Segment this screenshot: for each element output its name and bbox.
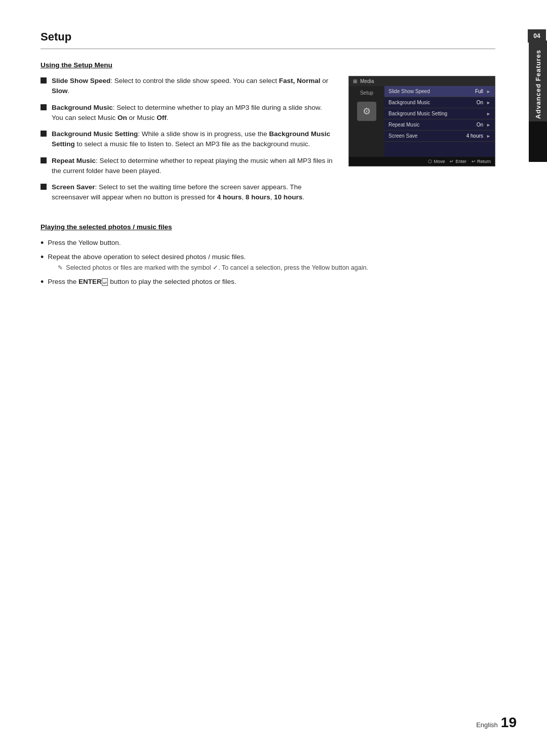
bullet-text-4: Repeat Music: Select to determine whethe… (52, 156, 333, 177)
ui-top-icon: ⊞ (353, 78, 357, 84)
ui-footer-return: ↩ Return (472, 159, 491, 164)
ui-top-bar: ⊞ Media (349, 76, 495, 86)
ui-menu-row-1: Slide Show Speed Full ► (384, 86, 495, 97)
bullet-square-5 (41, 184, 47, 190)
ui-sidebar-panel: Setup ⚙ (349, 86, 384, 157)
ui-menu-value-5: 4 hours (466, 133, 483, 139)
dot-text-3: Press the ENTER↵ button to play the sele… (48, 277, 236, 287)
ui-menu-arrow-1: ► (486, 89, 491, 94)
ui-menu-value-1: Full (475, 89, 483, 94)
dot-item-2: • Repeat the above operation to select d… (41, 252, 495, 273)
ui-menu-label-4: Repeat Music (388, 122, 477, 128)
bullet-item-1: Slide Show Speed: Select to control the … (41, 76, 333, 97)
bullet-text-3: Background Music Setting: While a slide … (52, 129, 333, 150)
bullet-list-section1: Slide Show Speed: Select to control the … (41, 76, 333, 203)
ui-sidebar-icon: ⚙ (357, 102, 376, 121)
ui-menu-arrow-2: ► (486, 100, 491, 105)
ui-footer: ⬡ Move ↵ Enter ↩ Return (349, 157, 495, 166)
ui-menu-panel: Slide Show Speed Full ► Background Music… (384, 86, 495, 157)
footer-page-number: 19 (501, 715, 517, 731)
dot-bullet-1: • (41, 238, 44, 247)
ui-top-label: Media (360, 78, 374, 84)
ui-body: Setup ⚙ Slide Show Speed Full ► Backgr (349, 86, 495, 157)
bullet-item-2: Background Music: Select to determine wh… (41, 103, 333, 123)
ui-menu-row-4: Repeat Music On ► (384, 119, 495, 131)
dot-bullet-2: • (41, 253, 44, 262)
bullet-text-1: Slide Show Speed: Select to control the … (52, 76, 333, 97)
bullet-square-2 (41, 104, 47, 110)
note-text: Selected photos or files are marked with… (66, 263, 368, 273)
section2-heading: Playing the selected photos / music file… (41, 223, 495, 231)
ui-screenshot-container: ⊞ Media Setup ⚙ Slide Show Spee (348, 76, 495, 209)
ui-menu-value-4: On (477, 122, 483, 128)
ui-menu-arrow-4: ► (486, 122, 491, 128)
content-left: Slide Show Speed: Select to control the … (41, 76, 333, 209)
move-icon: ⬡ (428, 159, 432, 164)
content-two-col: Slide Show Speed: Select to control the … (41, 76, 495, 209)
move-label: Move (434, 159, 445, 164)
section1-heading: Using the Setup Menu (41, 61, 495, 69)
ui-menu-row-3: Background Music Setting ► (384, 108, 495, 119)
dot-text-2: Repeat the above operation to select des… (48, 253, 246, 261)
ui-menu-value-2: On (477, 100, 483, 105)
ui-menu-row-2: Background Music On ► (384, 97, 495, 108)
ui-menu-label-1: Slide Show Speed (388, 89, 475, 94)
bullet-item-3: Background Music Setting: While a slide … (41, 129, 333, 150)
page-footer: English 19 (476, 715, 517, 731)
ui-screenshot: ⊞ Media Setup ⚙ Slide Show Spee (348, 76, 495, 166)
ui-menu-arrow-5: ► (486, 134, 491, 139)
bullet-square-4 (41, 157, 47, 163)
dot-bullet-3: • (41, 277, 44, 286)
ui-menu-label-3: Background Music Setting (388, 111, 483, 116)
page-title: Setup (41, 30, 495, 49)
ui-sidebar-label: Setup (360, 90, 373, 96)
footer-language: English (476, 721, 498, 729)
bullet-square-1 (41, 77, 47, 83)
ui-menu-label-2: Background Music (388, 100, 477, 105)
enter-label: Enter (455, 159, 466, 164)
dot-item-3: • Press the ENTER↵ button to play the se… (41, 277, 495, 287)
chapter-label: Advanced Features (529, 40, 547, 128)
dot-item-1: • Press the Yellow button. (41, 238, 495, 248)
ui-menu-row-5: Screen Save 4 hours ► (384, 131, 495, 142)
bullet-text-2: Background Music: Select to determine wh… (52, 103, 333, 123)
enter-icon: ↵ (450, 159, 454, 164)
ui-footer-enter: ↵ Enter (450, 159, 466, 164)
dot-text-1: Press the Yellow button. (48, 238, 121, 248)
ui-menu-label-5: Screen Save (388, 133, 466, 139)
bullet-item-4: Repeat Music: Select to determine whethe… (41, 156, 333, 177)
bullet-square-3 (41, 131, 47, 137)
return-icon: ↩ (472, 159, 476, 164)
page-container: Setup Using the Setup Menu Slide Show Sp… (0, 0, 547, 756)
dot-list-section2: • Press the Yellow button. • Repeat the … (41, 238, 495, 287)
bullet-text-5: Screen Saver: Select to set the waiting … (52, 182, 333, 203)
bullet-item-5: Screen Saver: Select to set the waiting … (41, 182, 333, 203)
return-label: Return (477, 159, 491, 164)
dot-text-2-container: Repeat the above operation to select des… (48, 252, 368, 273)
ui-footer-move: ⬡ Move (428, 159, 445, 164)
enter-symbol: ↵ (102, 278, 108, 286)
note-line: ✎ Selected photos or files are marked wi… (58, 263, 368, 273)
main-content: Setup Using the Setup Menu Slide Show Sp… (0, 0, 526, 756)
sidebar-black-bar (529, 121, 547, 162)
ui-menu-arrow-3: ► (486, 111, 491, 116)
note-icon: ✎ (58, 263, 63, 272)
section2: Playing the selected photos / music file… (41, 223, 495, 287)
sidebar-tab: 04 Advanced Features (526, 0, 547, 756)
